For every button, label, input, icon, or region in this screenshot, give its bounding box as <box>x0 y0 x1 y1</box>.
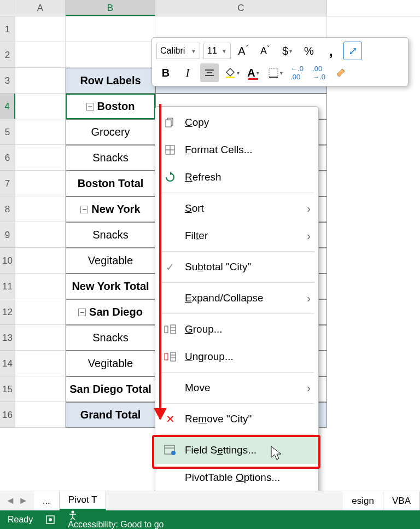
pivot-item[interactable]: Vegitable <box>66 351 155 376</box>
row-header[interactable]: 15 <box>0 376 15 402</box>
cell[interactable] <box>15 68 66 94</box>
accessibility-label: Accessibility: Good to go <box>68 520 164 529</box>
pivot-item[interactable]: Snacks <box>66 325 155 351</box>
row-header[interactable]: 5 <box>0 119 15 145</box>
tab-nav[interactable]: ◄► <box>0 495 34 507</box>
ctx-copy[interactable]: Copy <box>155 109 318 136</box>
pivot-group[interactable]: −Boston <box>66 94 155 119</box>
ctx-remove[interactable]: ✕ Remove "City" <box>155 405 318 433</box>
pivot-subtotal[interactable]: San Diego Total <box>66 376 155 402</box>
cell[interactable] <box>66 42 155 68</box>
italic-button[interactable]: I <box>178 63 197 82</box>
cell[interactable] <box>15 402 66 428</box>
row-header[interactable]: 2 <box>0 42 15 68</box>
accounting-format-button[interactable]: $▾ <box>278 42 296 60</box>
row-header[interactable]: 7 <box>0 171 15 196</box>
cell[interactable] <box>15 196 66 222</box>
ctx-pivottable-options[interactable]: PivotTable Options... <box>155 464 318 491</box>
row-header[interactable]: 16 <box>0 402 15 428</box>
cell[interactable] <box>15 325 66 351</box>
ctx-format-cells[interactable]: Format Cells... <box>155 136 318 164</box>
sheet-tab-ellipsis[interactable]: ... <box>34 491 60 510</box>
pivot-grand-total[interactable]: Grand Total <box>66 402 155 428</box>
align-center-button[interactable] <box>200 63 219 82</box>
percent-format-button[interactable]: % <box>300 42 318 60</box>
cell[interactable] <box>15 299 66 325</box>
col-header-b[interactable]: B <box>66 0 155 16</box>
row-header[interactable]: 6 <box>0 145 15 171</box>
ctx-expand-collapse[interactable]: Expand/Collapse › <box>155 284 318 312</box>
format-painter-button[interactable] <box>331 63 350 82</box>
pivot-item[interactable]: Grocery <box>66 119 155 145</box>
row-header[interactable]: 8 <box>0 196 15 222</box>
row-header[interactable]: 10 <box>0 248 15 274</box>
row-header[interactable]: 12 <box>0 299 15 325</box>
ctx-label: Field Settings... <box>185 444 256 456</box>
ctx-field-settings[interactable]: Field Settings... <box>155 437 318 464</box>
cell[interactable] <box>66 16 155 42</box>
decrease-font-icon[interactable]: A˅ <box>256 42 275 60</box>
ctx-filter[interactable]: Filter › <box>155 222 318 249</box>
font-selector[interactable]: Calibri▼ <box>156 43 200 59</box>
pivot-item[interactable]: Snacks <box>66 222 155 248</box>
pivot-item[interactable]: Vegitable <box>66 248 155 274</box>
cell[interactable] <box>15 119 66 145</box>
format-cells-icon <box>163 144 177 155</box>
pivot-group[interactable]: −New York <box>66 196 155 222</box>
cell[interactable] <box>15 248 66 274</box>
cell[interactable] <box>15 94 66 119</box>
pivot-group[interactable]: −San Diego <box>66 299 155 325</box>
prev-icon[interactable]: ◄ <box>5 495 15 507</box>
font-color-button[interactable]: A▾ <box>244 63 262 82</box>
ctx-refresh[interactable]: Refresh <box>155 164 318 191</box>
comma-format-button[interactable]: , <box>322 42 340 60</box>
cell[interactable] <box>15 222 66 248</box>
pivot-subtotal[interactable]: Boston Total <box>66 171 155 196</box>
collapse-icon[interactable]: − <box>86 103 94 111</box>
row-header[interactable]: 13 <box>0 325 15 351</box>
bold-button[interactable]: B <box>156 63 175 82</box>
cell[interactable] <box>15 16 66 42</box>
pivot-row-labels-header[interactable]: Row Labels <box>66 68 155 94</box>
cell[interactable] <box>15 145 66 171</box>
cell[interactable] <box>15 42 66 68</box>
collapse-icon[interactable]: − <box>80 206 88 213</box>
macro-record-icon[interactable] <box>45 514 56 525</box>
next-icon[interactable]: ► <box>19 495 28 507</box>
increase-font-icon[interactable]: A˄ <box>234 42 253 60</box>
sheet-tab[interactable]: esign <box>343 491 383 510</box>
select-all-corner[interactable] <box>0 0 15 16</box>
ctx-ungroup[interactable]: Ungroup... <box>155 343 318 370</box>
fill-color-button[interactable]: ▾ <box>222 63 241 82</box>
borders-button[interactable]: ▾ <box>266 63 284 82</box>
col-header-c[interactable]: C <box>155 0 327 16</box>
decrease-decimal-button[interactable]: .00→.0 <box>310 63 328 82</box>
row-header[interactable]: 9 <box>0 222 15 248</box>
ctx-label: PivotTable Options... <box>185 472 280 484</box>
row-header[interactable]: 14 <box>0 351 15 376</box>
accessibility-status[interactable]: Accessibility: Good to go <box>68 510 164 529</box>
pivot-subtotal[interactable]: New York Total <box>66 274 155 299</box>
col-header-a[interactable]: A <box>15 0 66 16</box>
row-header[interactable]: 4 <box>0 94 15 119</box>
sheet-tab[interactable]: VBA <box>383 491 420 510</box>
ctx-subtotal[interactable]: ✓ Subtotal "City" <box>155 253 318 281</box>
row-header[interactable]: 11 <box>0 274 15 299</box>
pivot-item[interactable]: Snacks <box>66 145 155 171</box>
cell[interactable] <box>15 171 66 196</box>
cell[interactable] <box>15 376 66 402</box>
bucket-icon <box>224 67 236 79</box>
ctx-group[interactable]: Group... <box>155 316 318 343</box>
font-size-selector[interactable]: 11▼ <box>203 43 231 59</box>
row-header[interactable]: 3 <box>0 68 15 94</box>
ctx-move[interactable]: Move › <box>155 374 318 402</box>
sheet-tab[interactable]: Pivot T <box>60 491 107 510</box>
row-header[interactable]: 1 <box>0 16 15 42</box>
ctx-label: Subtotal "City" <box>185 261 251 273</box>
cell[interactable] <box>15 274 66 299</box>
collapse-icon[interactable]: − <box>78 309 86 316</box>
increase-decimal-button[interactable]: ←.0.00 <box>288 63 306 82</box>
cell[interactable] <box>15 351 66 376</box>
ctx-sort[interactable]: Sort › <box>155 195 318 222</box>
format-cells-button[interactable]: ⤢ <box>343 42 362 60</box>
